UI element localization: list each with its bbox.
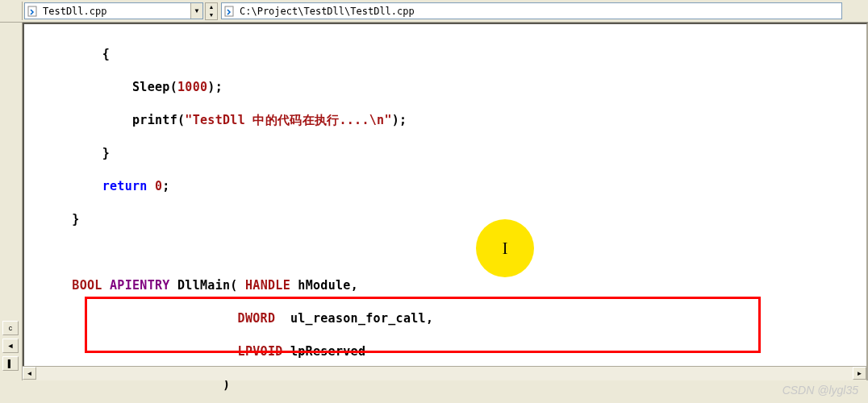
file-path: C:\Project\TestDll\TestDll.cpp xyxy=(238,6,841,17)
cpp-file-icon xyxy=(223,5,236,18)
code-line: LPVOID lpReserved xyxy=(42,343,863,360)
horizontal-scrollbar[interactable]: ◄ ► xyxy=(23,366,866,380)
cursor-highlight: I xyxy=(476,219,534,277)
code-content[interactable]: { Sleep(1000); printf("TestDll 中的代码在执行..… xyxy=(24,24,866,403)
code-line xyxy=(42,244,863,261)
spinner-control[interactable]: ▲ ▼ xyxy=(205,2,218,20)
cpp-file-icon xyxy=(27,5,40,18)
code-line: } xyxy=(42,211,863,228)
scroll-left-icon[interactable]: ◄ xyxy=(23,367,36,380)
spinner-up-icon[interactable]: ▲ xyxy=(206,3,217,11)
editor-area: c ◄ ▌ { Sleep(1000); printf("TestDll 中的代… xyxy=(0,23,868,380)
path-dropdown[interactable]: C:\Project\TestDll\TestDll.cpp xyxy=(221,2,842,19)
gutter-button-1[interactable]: c xyxy=(2,321,19,335)
code-line: BOOL APIENTRY DllMain( HANDLE hModule, xyxy=(42,277,863,294)
scroll-right-icon[interactable]: ► xyxy=(853,367,866,380)
top-toolbar: TestDll.cpp ▼ ▲ ▼ C:\Project\TestDll\Tes… xyxy=(0,0,868,23)
text-cursor-icon: I xyxy=(503,239,508,258)
code-line: return 0; xyxy=(42,178,863,195)
dropdown-arrow-icon[interactable]: ▼ xyxy=(190,3,202,19)
gutter-button-3[interactable]: ▌ xyxy=(2,356,19,371)
code-line: DWORD ul_reason_for_call, xyxy=(42,310,863,327)
left-gutter: c ◄ ▌ xyxy=(0,23,23,380)
toolbar-spacer xyxy=(0,2,23,20)
code-line: Sleep(1000); xyxy=(42,79,863,96)
code-line: } xyxy=(42,145,863,162)
watermark: CSDN @lygl35 xyxy=(782,384,858,397)
code-editor[interactable]: { Sleep(1000); printf("TestDll 中的代码在执行..… xyxy=(23,23,868,380)
gutter-button-2[interactable]: ◄ xyxy=(2,339,19,353)
scroll-track[interactable] xyxy=(36,367,853,380)
spinner-down-icon[interactable]: ▼ xyxy=(206,11,217,19)
file-name: TestDll.cpp xyxy=(41,6,190,17)
file-selector-dropdown[interactable]: TestDll.cpp ▼ xyxy=(24,2,203,19)
code-line: { xyxy=(42,46,863,63)
code-line: printf("TestDll 中的代码在执行....\n"); xyxy=(42,112,863,129)
